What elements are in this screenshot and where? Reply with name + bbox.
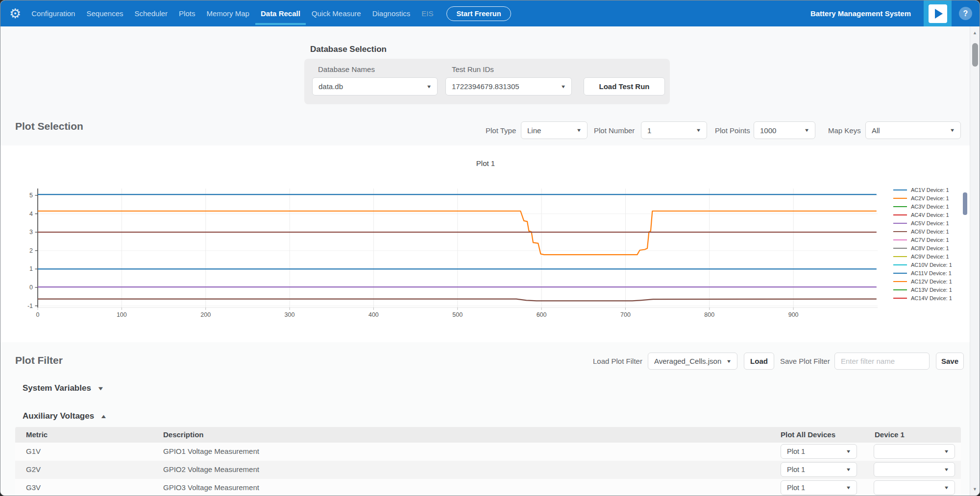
svg-text:0: 0 <box>36 311 40 318</box>
scroll-up-icon[interactable]: ▲ <box>970 30 980 35</box>
svg-text:200: 200 <box>200 311 211 318</box>
device-1-select[interactable]: ▼ <box>874 480 955 495</box>
legend-label: AC8V Device: 1 <box>911 245 949 251</box>
test-run-ids-label: Test Run IDs <box>452 65 494 73</box>
plot-filter-title: Plot Filter <box>15 354 63 366</box>
svg-text:400: 400 <box>368 311 379 318</box>
database-selection-panel: Database Names data.db ▼ Test Run IDs 17… <box>304 59 670 104</box>
plot-all-devices-select[interactable]: Plot 1▼ <box>781 462 857 477</box>
nav-item-plots[interactable]: Plots <box>179 9 195 18</box>
legend-label: AC3V Device: 1 <box>911 204 949 210</box>
svg-text:4: 4 <box>29 211 33 217</box>
table-row: G1VGPIO1 Voltage MeasurementPlot 1▼▼ <box>15 443 961 461</box>
nav-item-eis[interactable]: EIS <box>421 9 433 18</box>
gear-icon[interactable]: ⚙ <box>9 7 21 20</box>
load-plot-filter-select[interactable]: Averaged_Cells.json▼ <box>648 353 737 370</box>
description-cell: GPIO2 Voltage Measurement <box>163 465 259 473</box>
description-cell: GPIO1 Voltage Measurement <box>163 447 259 455</box>
save-plot-filter-label: Save Plot Filter <box>780 357 830 365</box>
legend-swatch <box>893 298 907 299</box>
plot-all-devices-select[interactable]: Plot 1▼ <box>781 480 857 495</box>
svg-text:500: 500 <box>452 311 463 318</box>
plot-type-select[interactable]: Line▼ <box>521 121 588 139</box>
plot-type-label: Plot Type <box>486 126 516 135</box>
nav-item-diagnostics[interactable]: Diagnostics <box>372 9 411 18</box>
metric-header: Metric <box>26 430 48 439</box>
legend-label: AC12V Device: 1 <box>911 279 952 284</box>
load-filter-button[interactable]: Load <box>744 353 774 370</box>
svg-text:5: 5 <box>29 192 33 199</box>
legend-swatch <box>893 256 907 257</box>
metric-cell: G2V <box>26 465 41 473</box>
legend-label: AC6V Device: 1 <box>911 229 949 235</box>
svg-text:1: 1 <box>29 265 33 272</box>
device-1-select[interactable]: ▼ <box>874 444 955 459</box>
device-1-header: Device 1 <box>875 430 905 439</box>
map-keys-label: Map Keys <box>828 126 861 135</box>
legend-item: AC11V Device: 1 <box>893 269 952 277</box>
app-window: ⚙ ConfigurationSequencesSchedulerPlotsMe… <box>0 0 980 496</box>
svg-text:2: 2 <box>29 247 33 254</box>
save-filter-button[interactable]: Save <box>936 353 964 370</box>
plot-legend: AC1V Device: 1AC2V Device: 1AC3V Device:… <box>893 186 952 302</box>
plot-points-select[interactable]: 1000▼ <box>754 121 815 139</box>
chevron-down-icon: ▼ <box>561 84 566 89</box>
legend-item: AC6V Device: 1 <box>893 227 952 236</box>
test-run-ids-select[interactable]: 1722394679.831305 ▼ <box>445 77 572 95</box>
plot-selection-title: Plot Selection <box>15 120 83 132</box>
scroll-down-icon[interactable]: ▼ <box>970 487 980 492</box>
nav-item-memory-map[interactable]: Memory Map <box>206 9 249 18</box>
load-test-run-button[interactable]: Load Test Run <box>584 77 665 95</box>
save-filter-name-input[interactable] <box>834 353 930 370</box>
auxiliary-voltages-expander[interactable]: Auxiliary Voltages ▲ <box>23 411 106 421</box>
svg-text:700: 700 <box>620 311 631 318</box>
system-variables-expander[interactable]: System Variables ▼ <box>23 383 103 393</box>
nav-item-sequences[interactable]: Sequences <box>86 9 123 18</box>
legend-item: AC14V Device: 1 <box>893 294 952 302</box>
legend-swatch <box>893 281 907 282</box>
legend-swatch <box>893 189 907 190</box>
navbar-right: Battery Management System ? <box>810 0 980 26</box>
chevron-down-icon: ▼ <box>950 128 956 133</box>
chevron-down-icon: ▼ <box>944 467 950 472</box>
nav-item-configuration[interactable]: Configuration <box>31 9 75 18</box>
start-freerun-button[interactable]: Start Freerun <box>446 6 511 21</box>
description-header: Description <box>163 430 204 439</box>
nav-item-data-recall[interactable]: Data Recall <box>261 9 300 18</box>
legend-swatch <box>893 248 907 249</box>
device-1-select[interactable]: ▼ <box>874 462 955 477</box>
chevron-down-icon: ▼ <box>804 128 810 133</box>
legend-label: AC10V Device: 1 <box>911 262 952 268</box>
nav-item-scheduler[interactable]: Scheduler <box>135 9 168 18</box>
legend-item: AC4V Device: 1 <box>893 211 952 219</box>
chevron-down-icon: ▼ <box>846 449 852 454</box>
legend-swatch <box>893 214 907 215</box>
legend-swatch <box>893 239 907 240</box>
chevron-down-icon: ▼ <box>696 128 702 133</box>
legend-swatch <box>893 198 907 199</box>
plot-number-select[interactable]: 1▼ <box>641 121 707 139</box>
help-icon[interactable]: ? <box>959 7 972 20</box>
legend-label: AC9V Device: 1 <box>911 254 949 260</box>
chevron-down-icon: ▼ <box>426 84 432 89</box>
table-row: G2VGPIO2 Voltage MeasurementPlot 1▼▼ <box>15 461 961 479</box>
map-keys-select[interactable]: All▼ <box>865 121 961 139</box>
svg-text:600: 600 <box>537 311 547 318</box>
plot-points-label: Plot Points <box>715 126 750 135</box>
run-button[interactable] <box>924 0 952 26</box>
app-title: Battery Management System <box>810 9 911 18</box>
database-names-select[interactable]: data.db ▼ <box>312 77 438 95</box>
legend-label: AC7V Device: 1 <box>911 237 949 243</box>
database-selection-title: Database Selection <box>310 45 387 54</box>
legend-label: AC11V Device: 1 <box>911 270 952 276</box>
plot-scrollbar-thumb[interactable] <box>963 192 967 215</box>
plot-all-devices-header: Plot All Devices <box>781 430 835 439</box>
nav-item-quick-measure[interactable]: Quick Measure <box>312 9 361 18</box>
page-scrollbar[interactable]: ▲ ▼ <box>970 26 980 496</box>
plot-all-devices-select[interactable]: Plot 1▼ <box>781 444 857 459</box>
legend-swatch <box>893 206 907 207</box>
page-scrollbar-thumb[interactable] <box>972 43 978 67</box>
legend-swatch <box>893 231 907 232</box>
svg-text:-1: -1 <box>27 303 33 309</box>
svg-text:100: 100 <box>117 311 127 318</box>
